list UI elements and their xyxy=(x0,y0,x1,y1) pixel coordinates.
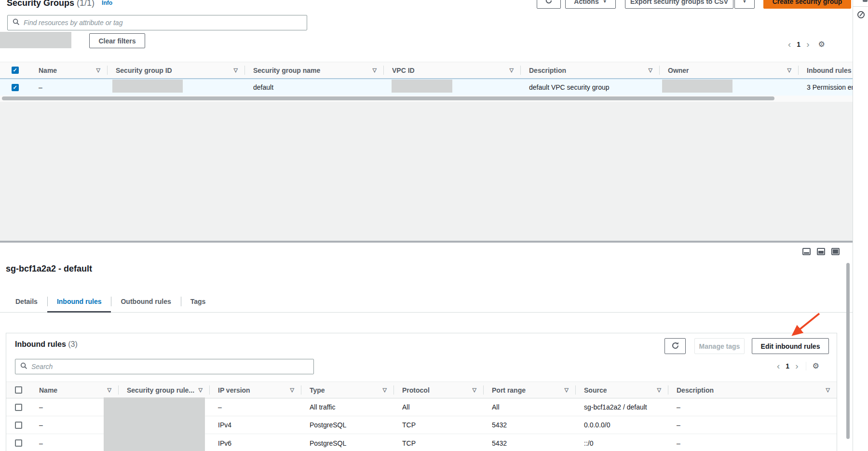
actions-button[interactable]: Actions ▼ xyxy=(565,0,616,9)
rules-search-input[interactable] xyxy=(31,363,309,370)
page-title-count: (1/1) xyxy=(77,0,95,8)
row-checkbox[interactable]: ✓ xyxy=(12,84,19,91)
cell-protocol: TCP xyxy=(393,439,483,447)
filter-icon[interactable]: ▽ xyxy=(196,387,203,393)
cell-source: 0.0.0.0/0 xyxy=(575,421,668,429)
info-link[interactable]: Info xyxy=(102,0,112,6)
row-checkbox[interactable] xyxy=(15,422,22,429)
column-header-security-group-rule-id[interactable]: Security group rule... ▽ xyxy=(118,382,209,398)
create-security-group-button[interactable]: Create security group xyxy=(763,0,851,9)
detail-tabs: Details Inbound rules Outbound rules Tag… xyxy=(0,291,853,313)
column-header-type[interactable]: Type ▽ xyxy=(301,382,393,398)
ec2-security-groups-screen: Security Groups (1/1) Info Actions ▼ Exp… xyxy=(0,0,868,451)
column-header-name[interactable]: Name ▽ xyxy=(30,62,107,78)
refresh-icon xyxy=(671,342,679,351)
inbound-rules-title: Inbound rules (3) xyxy=(15,340,78,349)
filter-icon[interactable]: ▽ xyxy=(562,387,569,393)
filter-icon[interactable]: ▽ xyxy=(654,387,661,393)
manage-tags-label: Manage tags xyxy=(699,342,740,350)
filter-icon[interactable]: ▽ xyxy=(785,67,791,73)
column-header-security-group-name[interactable]: Security group name ▽ xyxy=(244,62,383,78)
column-header-protocol[interactable]: Protocol ▽ xyxy=(393,382,483,398)
page-title-text: Security Groups xyxy=(7,0,74,8)
column-header-source[interactable]: Source ▽ xyxy=(575,382,668,398)
select-all-checkbox-cell: ✓ xyxy=(0,62,30,78)
table-settings-gear-icon[interactable]: ⚙ xyxy=(818,40,825,49)
cell-port-range: All xyxy=(483,403,575,411)
tab-tags[interactable]: Tags xyxy=(181,291,216,312)
column-header-ip-version[interactable]: IP version ▽ xyxy=(209,382,301,398)
select-all-checkbox[interactable]: ✓ xyxy=(12,67,19,74)
column-header-description[interactable]: Description ▽ xyxy=(668,382,837,398)
circle-slash-icon[interactable] xyxy=(857,11,865,20)
manage-tags-button[interactable]: Manage tags xyxy=(694,338,745,354)
caret-down-icon: ▼ xyxy=(743,0,747,4)
cell-port-range: 5432 xyxy=(483,421,575,429)
resource-search-input[interactable] xyxy=(24,19,302,27)
filter-icon[interactable]: ▽ xyxy=(105,387,111,393)
page-next-icon[interactable]: › xyxy=(792,361,801,370)
row-checkbox-cell: ✓ xyxy=(0,84,30,91)
filter-icon[interactable]: ▽ xyxy=(646,67,652,73)
column-header-inbound-rules-count[interactable]: Inbound rules count xyxy=(798,62,853,78)
filter-icon[interactable]: ▽ xyxy=(287,387,294,393)
cell-protocol: All xyxy=(393,403,483,411)
edit-inbound-rules-button[interactable]: Edit inbound rules xyxy=(752,338,829,354)
column-header-owner[interactable]: Owner ▽ xyxy=(659,62,798,78)
row-checkbox[interactable] xyxy=(15,404,22,411)
page-next-icon[interactable]: › xyxy=(803,40,812,49)
panel-size-small-icon[interactable] xyxy=(802,248,811,255)
tab-details[interactable]: Details xyxy=(6,291,47,312)
column-header-security-group-id[interactable]: Security group ID ▽ xyxy=(107,62,244,78)
cell-ip-version: IPv4 xyxy=(209,421,301,429)
select-all-checkbox[interactable] xyxy=(15,386,22,394)
collapsed-panel-stub xyxy=(863,0,868,2)
page-title: Security Groups (1/1) Info xyxy=(7,0,112,8)
horizontal-scrollbar-thumb[interactable] xyxy=(2,96,774,100)
select-all-checkbox-cell xyxy=(6,382,30,398)
redacted-security-group-id xyxy=(112,80,183,93)
column-header-vpc-id[interactable]: VPC ID ▽ xyxy=(383,62,520,78)
column-header-port-range[interactable]: Port range ▽ xyxy=(483,382,575,398)
tab-inbound-rules[interactable]: Inbound rules xyxy=(47,291,111,312)
page-prev-icon[interactable]: ‹ xyxy=(774,361,783,370)
tab-outbound-rules[interactable]: Outbound rules xyxy=(111,291,180,312)
cell-ip-version: – xyxy=(209,403,301,411)
security-groups-table-header: ✓ Name ▽ Security group ID ▽ Security gr… xyxy=(0,62,853,79)
filter-icon[interactable]: ▽ xyxy=(370,67,377,73)
inbound-rules-count: (3) xyxy=(68,340,78,348)
panel-size-large-icon[interactable] xyxy=(831,248,840,255)
export-csv-split-button[interactable]: ▼ xyxy=(734,0,755,9)
column-header-description[interactable]: Description ▽ xyxy=(520,62,659,78)
page-number[interactable]: 1 xyxy=(783,362,792,370)
cell-source: ::/0 xyxy=(575,439,668,447)
page-prev-icon[interactable]: ‹ xyxy=(785,40,794,49)
cell-inbound-rules-count: 3 Permission entries xyxy=(798,83,853,91)
top-pagination: ‹ 1 › ⚙ xyxy=(785,40,825,49)
panel-size-medium-icon[interactable] xyxy=(817,248,825,255)
cell-description: – xyxy=(668,421,837,429)
inbound-refresh-button[interactable] xyxy=(665,338,686,354)
filter-icon[interactable]: ▽ xyxy=(94,67,100,73)
cell-type: All traffic xyxy=(301,403,393,411)
vertical-scrollbar-thumb[interactable] xyxy=(846,263,850,439)
cell-type: PostgreSQL xyxy=(301,439,393,447)
filter-icon[interactable]: ▽ xyxy=(380,387,387,393)
refresh-button[interactable] xyxy=(537,0,561,9)
clear-filters-button[interactable]: Clear filters xyxy=(89,33,145,48)
export-csv-button[interactable]: Export security groups to CSV xyxy=(625,0,733,9)
filter-icon[interactable]: ▽ xyxy=(231,67,238,73)
cell-description: – xyxy=(668,403,837,411)
search-icon xyxy=(20,362,31,371)
resource-search xyxy=(7,15,307,30)
row-checkbox[interactable] xyxy=(15,439,22,447)
rules-pagination: ‹ 1 › ⚙ xyxy=(774,361,819,370)
refresh-icon xyxy=(545,0,553,6)
filter-icon[interactable]: ▽ xyxy=(823,387,830,393)
redacted-owner xyxy=(662,80,732,93)
filter-icon[interactable]: ▽ xyxy=(507,67,514,73)
table-settings-gear-icon[interactable]: ⚙ xyxy=(812,361,819,370)
page-number[interactable]: 1 xyxy=(794,41,803,48)
filter-icon[interactable]: ▽ xyxy=(470,387,476,393)
column-header-name[interactable]: Name ▽ xyxy=(30,382,118,398)
